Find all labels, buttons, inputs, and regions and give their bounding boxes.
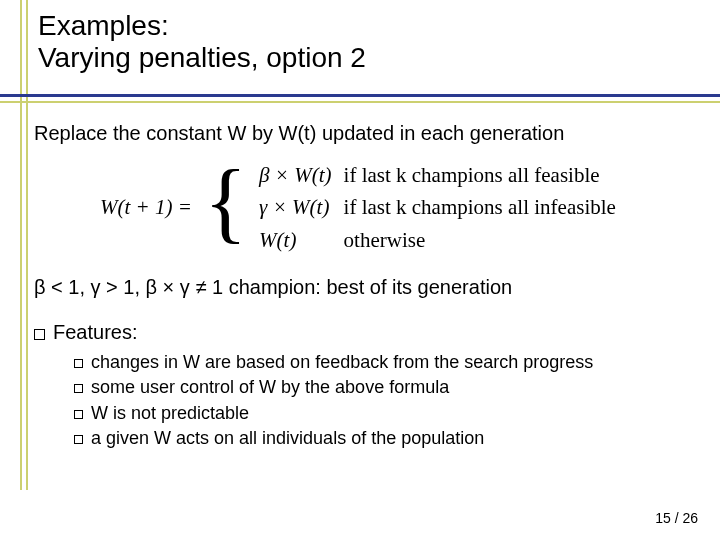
horizontal-rule-blue xyxy=(0,94,720,97)
page-current: 15 xyxy=(655,510,671,526)
parameter-constraints: β < 1, γ > 1, β × γ ≠ 1 champion: best o… xyxy=(34,274,694,301)
page-number: 15 / 26 xyxy=(655,510,698,526)
features-list: changes in W are based on feedback from … xyxy=(74,350,694,450)
case-expr-1: γ × W(t) xyxy=(253,191,337,223)
brace-icon: { xyxy=(198,153,253,250)
bullet-square-icon xyxy=(74,435,83,444)
list-item: changes in W are based on feedback from … xyxy=(74,350,694,374)
list-item: a given W acts on all individuals of the… xyxy=(74,426,694,450)
title-line-2: Varying penalties, option 2 xyxy=(38,42,366,73)
case-cond-0: if last k champions all feasible xyxy=(338,159,622,191)
list-item: W is not predictable xyxy=(74,401,694,425)
formula-lhs: W(t + 1) = xyxy=(94,159,198,256)
vertical-rule-outer xyxy=(20,0,22,490)
bullet-square-icon xyxy=(74,384,83,393)
horizontal-rule-olive xyxy=(0,101,720,103)
case-cond-2: otherwise xyxy=(338,224,622,256)
slide-title: Examples: Varying penalties, option 2 xyxy=(38,10,366,74)
case-expr-0: β × W(t) xyxy=(253,159,337,191)
title-line-1: Examples: xyxy=(38,10,169,41)
slide-body: Replace the constant W by W(t) updated i… xyxy=(34,120,694,451)
page-sep: / xyxy=(671,510,683,526)
case-expr-2: W(t) xyxy=(253,224,337,256)
bullet-square-icon xyxy=(74,410,83,419)
feature-text: a given W acts on all individuals of the… xyxy=(91,428,484,448)
page-total: 26 xyxy=(682,510,698,526)
vertical-rule-inner xyxy=(26,0,28,490)
features-label: Features: xyxy=(53,321,137,343)
slide: Examples: Varying penalties, option 2 Re… xyxy=(0,0,720,540)
feature-text: changes in W are based on feedback from … xyxy=(91,352,593,372)
feature-text: some user control of W by the above form… xyxy=(91,377,449,397)
update-formula: W(t + 1) = { β × W(t) if last k champion… xyxy=(94,159,694,256)
list-item: some user control of W by the above form… xyxy=(74,375,694,399)
feature-text: W is not predictable xyxy=(91,403,249,423)
features-heading: Features: xyxy=(34,319,694,346)
bullet-square-icon xyxy=(74,359,83,368)
intro-text: Replace the constant W by W(t) updated i… xyxy=(34,120,694,147)
bullet-square-icon xyxy=(34,329,45,340)
case-cond-1: if last k champions all infeasible xyxy=(338,191,622,223)
